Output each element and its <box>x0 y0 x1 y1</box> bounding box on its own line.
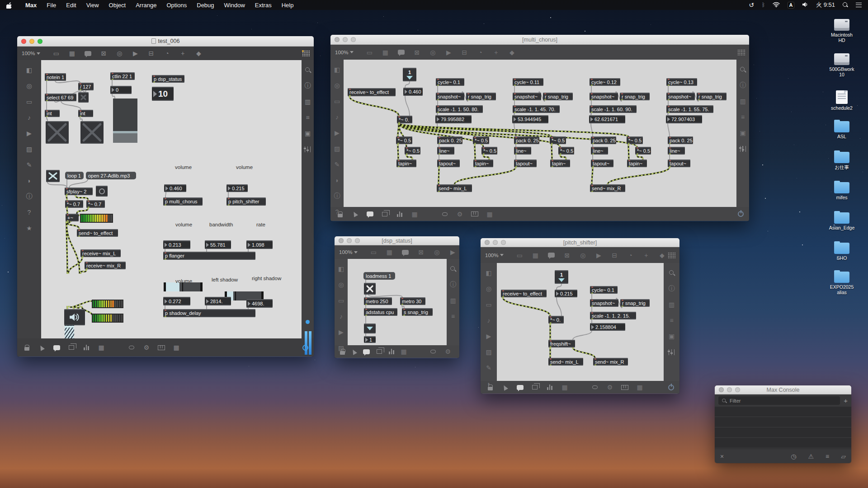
obj-pack-0-25[interactable]: pack 0. 25 <box>514 136 539 144</box>
msg-loadmess-1[interactable]: loadmess 1 <box>363 272 395 280</box>
obj-line[interactable]: line~ <box>591 147 608 155</box>
minus-box-icon[interactable]: ⊟ <box>460 49 468 56</box>
num-1[interactable]: 1 <box>364 336 376 343</box>
lines-icon[interactable]: ≡ <box>826 453 829 460</box>
close-button[interactable] <box>339 238 344 243</box>
obj-box[interactable]: +~ <box>66 214 79 221</box>
link-icon[interactable] <box>441 211 449 218</box>
blue-level-knob[interactable] <box>306 320 310 324</box>
obj-receive-mix-l[interactable]: receive~ mix_L <box>80 249 121 257</box>
grid-toggle-icon[interactable] <box>668 252 675 258</box>
image-icon[interactable]: ▨ <box>485 348 493 356</box>
level-meter[interactable] <box>80 214 113 223</box>
search-icon[interactable] <box>668 269 676 277</box>
play-box-icon[interactable]: ▶ <box>594 252 603 259</box>
patch-canvas[interactable]: notein 1/ 127select 67 69intintctlin 22 … <box>41 60 302 338</box>
menu-item-window[interactable]: Window <box>219 0 250 10</box>
mixer-icon[interactable] <box>739 145 747 152</box>
obj-p-flanger[interactable]: p flanger <box>163 252 255 260</box>
obj-send-mix-l[interactable]: send~ mix_L <box>548 358 583 366</box>
umenu[interactable]: 1 <box>555 270 568 284</box>
num-0-215[interactable]: 0.215 <box>555 290 577 297</box>
obj-0[interactable]: *~ 0. <box>397 116 412 123</box>
audio-power-icon[interactable] <box>736 211 744 218</box>
input-method-icon[interactable]: A <box>788 2 794 9</box>
camera-icon[interactable]: ▣ <box>739 129 747 136</box>
grid-icon[interactable]: ▦ <box>561 384 569 391</box>
obj-r-snap-trig[interactable]: r snap_trig <box>466 93 496 100</box>
console-log-area[interactable] <box>715 407 851 449</box>
obj-p-dsp-status[interactable]: p dsp_status <box>152 75 184 83</box>
piano-icon[interactable] <box>471 211 479 218</box>
obj-cycle-0-13[interactable]: cycle~ 0.13 <box>666 78 697 86</box>
titlebar[interactable]: [dsp_status] <box>335 236 459 245</box>
obj-tapin[interactable]: tapin~ <box>396 160 416 167</box>
wrench-icon[interactable]: ⚙ <box>456 211 464 218</box>
copies-icon[interactable] <box>67 344 75 351</box>
vertical-slider[interactable] <box>113 99 137 143</box>
menu-item-view[interactable]: View <box>81 0 104 10</box>
level-meter[interactable] <box>92 300 123 308</box>
circle-box-icon[interactable]: ◎ <box>433 249 441 256</box>
search-icon[interactable] <box>739 66 747 73</box>
apple-menu-icon[interactable] <box>6 2 12 9</box>
cursor-icon[interactable] <box>351 211 359 218</box>
close-box-icon[interactable]: ⊠ <box>99 50 108 57</box>
copies-icon[interactable] <box>531 384 539 391</box>
info-icon[interactable]: ⓘ <box>449 281 457 288</box>
desktop-icon-expo2025-alias[interactable]: EXPO2025 alias <box>822 272 861 295</box>
console-icon[interactable]: ▭ <box>337 297 345 304</box>
obj-cycle-0-11[interactable]: cycle~ 0.11 <box>513 78 543 86</box>
note-icon[interactable]: ♪ <box>485 317 493 324</box>
zoom-button[interactable] <box>38 39 42 44</box>
comment-bubble-icon[interactable] <box>366 211 374 218</box>
obj-r-snap-trig[interactable]: r snap_trig <box>620 93 650 100</box>
obj-cycle-0-12[interactable]: cycle~ 0.12 <box>590 78 620 86</box>
grid-icon[interactable]: ▦ <box>401 348 407 355</box>
plus-icon[interactable]: + <box>492 49 500 56</box>
info-icon[interactable]: ⓘ <box>25 193 33 200</box>
obj-select-67-69[interactable]: select 67 69 <box>45 94 76 101</box>
obj-p-multi-chorus[interactable]: p multi_chorus <box>163 197 203 206</box>
obj-0-5[interactable]: *~ 0.5 <box>558 147 574 155</box>
cube-icon[interactable]: ◧ <box>333 66 341 73</box>
list-icon[interactable]: ≡ <box>304 114 312 121</box>
num-0-460[interactable]: 0.460 <box>164 184 186 192</box>
obj-0-5[interactable]: *~ 0.5 <box>405 147 420 155</box>
num-1-098[interactable]: 1.098 <box>246 240 273 249</box>
obj-0-5[interactable]: *~ 0.5 <box>481 147 497 155</box>
num-0-215[interactable]: 0.215 <box>226 184 248 192</box>
num-0-213[interactable]: 0.213 <box>163 240 190 249</box>
pencil-icon[interactable]: ✎ <box>485 364 493 371</box>
comment-bubble-icon[interactable] <box>401 249 409 256</box>
cube-icon[interactable]: ◧ <box>337 265 345 272</box>
patch-canvas[interactable]: receive~ to_effect10.460*~ 0.cycle~ 0.1s… <box>344 60 736 207</box>
zoom-button[interactable] <box>355 238 360 243</box>
comment-bubble-icon[interactable] <box>397 49 405 56</box>
close-box-icon[interactable]: ⊠ <box>413 49 421 56</box>
grid-icon[interactable]: ▦ <box>381 49 389 56</box>
piano-icon[interactable] <box>621 384 629 391</box>
search-icon[interactable] <box>449 265 457 272</box>
ezdac-speaker-button[interactable] <box>64 309 85 325</box>
grid-icon[interactable]: ▦ <box>97 344 105 351</box>
info-icon[interactable]: ⓘ <box>668 285 676 292</box>
image-icon[interactable]: ▨ <box>25 145 33 153</box>
bang-button[interactable] <box>96 186 108 197</box>
toggle[interactable] <box>46 121 69 144</box>
obj-pack-0-25[interactable]: pack 0. 25 <box>437 136 462 144</box>
obj-snapshot[interactable]: snapshot~ <box>590 93 618 100</box>
list-icon[interactable]: ≡ <box>449 313 457 320</box>
obj-ctlin-22-1[interactable]: ctlin 22 1 <box>110 72 135 80</box>
obj-adstatus-cpu[interactable]: adstatus cpu <box>364 308 397 316</box>
toggle[interactable] <box>78 92 89 103</box>
desktop-icon-お仕事[interactable]: お仕事 <box>822 152 861 170</box>
audio-icon[interactable]: ◗ <box>333 177 341 184</box>
console-icon[interactable]: ▭ <box>333 98 341 105</box>
num-0[interactable]: 0 <box>110 86 132 94</box>
grid-icon[interactable]: ▦ <box>68 50 76 57</box>
info-icon[interactable]: ⓘ <box>739 82 747 89</box>
num-79-995882[interactable]: 79.995882 <box>435 115 472 123</box>
sequencer-icon[interactable]: ▶ <box>485 333 493 340</box>
obj-127[interactable]: / 127 <box>78 83 94 90</box>
